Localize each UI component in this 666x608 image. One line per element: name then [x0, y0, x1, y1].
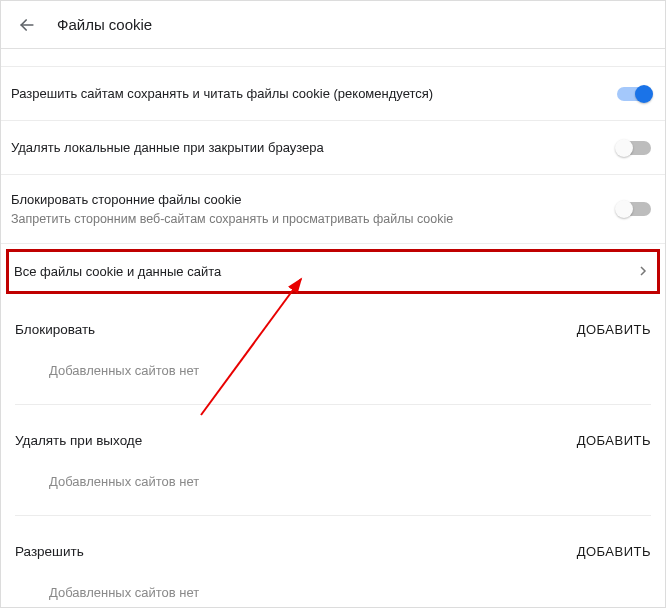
setting-allow-cookies: Разрешить сайтам сохранять и читать файл…	[1, 67, 665, 121]
section-title: Удалять при выходе	[15, 433, 577, 448]
spacer	[1, 49, 665, 67]
page-header: Файлы cookie	[1, 1, 665, 49]
section-delete-on-exit: Удалять при выходе ДОБАВИТЬ Добавленных …	[1, 405, 665, 516]
link-title: Все файлы cookie и данные сайта	[14, 264, 639, 279]
setting-title: Блокировать сторонние файлы cookie	[11, 191, 617, 209]
section-title: Разрешить	[15, 544, 577, 559]
setting-block-third-party: Блокировать сторонние файлы cookie Запре…	[1, 175, 665, 244]
section-block: Блокировать ДОБАВИТЬ Добавленных сайтов …	[1, 294, 665, 405]
toggle-knob	[635, 85, 653, 103]
toggle-knob	[615, 200, 633, 218]
back-button[interactable]	[15, 13, 39, 37]
setting-title: Удалять локальные данные при закрытии бр…	[11, 139, 617, 157]
section-allow: Разрешить ДОБАВИТЬ Добавленных сайтов не…	[1, 516, 665, 608]
add-button[interactable]: ДОБАВИТЬ	[577, 433, 651, 448]
setting-title: Разрешить сайтам сохранять и читать файл…	[11, 85, 617, 103]
section-head: Блокировать ДОБАВИТЬ	[15, 294, 651, 343]
page-title: Файлы cookie	[57, 16, 152, 33]
section-empty-text: Добавленных сайтов нет	[15, 454, 651, 516]
add-button[interactable]: ДОБАВИТЬ	[577, 544, 651, 559]
toggle-clear-on-exit[interactable]	[617, 141, 651, 155]
section-title: Блокировать	[15, 322, 577, 337]
section-head: Удалять при выходе ДОБАВИТЬ	[15, 405, 651, 454]
arrow-left-icon	[17, 15, 37, 35]
chevron-right-icon	[639, 264, 647, 279]
setting-clear-on-exit: Удалять локальные данные при закрытии бр…	[1, 121, 665, 175]
toggle-knob	[615, 139, 633, 157]
add-button[interactable]: ДОБАВИТЬ	[577, 322, 651, 337]
section-empty-text: Добавленных сайтов нет	[15, 343, 651, 405]
toggle-block-third-party[interactable]	[617, 202, 651, 216]
toggle-allow-cookies[interactable]	[617, 87, 651, 101]
link-all-cookies-and-site-data[interactable]: Все файлы cookie и данные сайта	[6, 249, 660, 294]
section-head: Разрешить ДОБАВИТЬ	[15, 516, 651, 565]
setting-subtitle: Запретить сторонним веб-сайтам сохранять…	[11, 211, 617, 227]
section-empty-text: Добавленных сайтов нет	[15, 565, 651, 608]
